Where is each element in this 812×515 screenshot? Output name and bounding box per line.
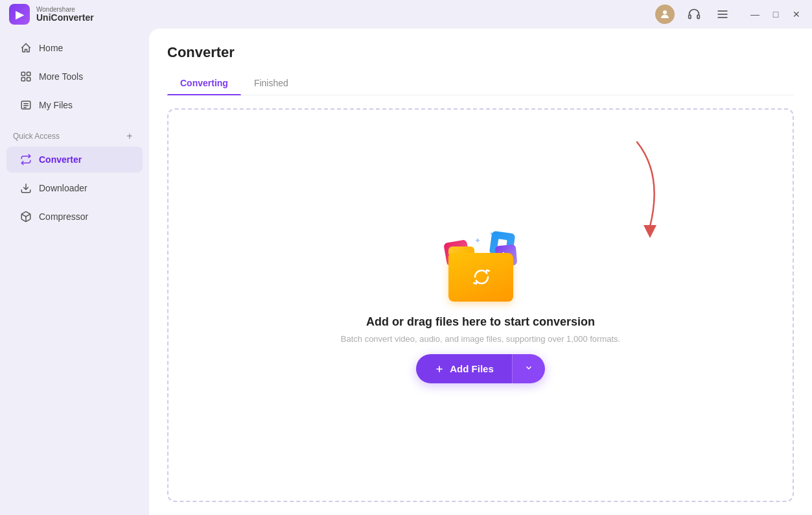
add-files-dropdown-button[interactable]: [512, 354, 545, 383]
svg-rect-1: [689, 15, 691, 19]
sidebar-item-home-label: Home: [39, 43, 63, 53]
add-files-wrapper: Downloader Add Files: [416, 354, 545, 383]
plus-icon: [434, 364, 445, 374]
window-controls: — □ ✕: [747, 6, 804, 22]
sidebar-item-converter-label: Converter: [39, 154, 82, 165]
home-icon: [19, 42, 32, 54]
quick-access-add-button[interactable]: +: [123, 130, 136, 143]
menu-icon[interactable]: [713, 5, 732, 23]
drop-zone-subtitle: Batch convert video, audio, and image fi…: [341, 334, 620, 344]
sidebar-item-more-tools-label: More Tools: [39, 71, 83, 82]
sidebar-item-compressor[interactable]: Compressor: [6, 204, 143, 230]
sidebar-item-home[interactable]: Home: [6, 35, 143, 61]
svg-point-0: [663, 10, 667, 14]
sidebar-item-my-files-label: My Files: [39, 100, 73, 110]
tab-finished[interactable]: Finished: [241, 71, 301, 95]
refresh-icon: [471, 267, 492, 287]
quick-access-header: Quick Access +: [0, 125, 149, 145]
drop-zone-title: Add or drag files here to start conversi…: [366, 315, 595, 329]
quick-access-label: Quick Access: [13, 132, 60, 141]
converter-icon: [19, 153, 32, 166]
svg-rect-6: [21, 72, 25, 75]
titlebar: ▶ Wondershare UniConverter — □ ✕: [0, 0, 812, 29]
content-area: Converter Converting Finished ✦ ✦: [149, 29, 812, 515]
sidebar-item-compressor-label: Compressor: [39, 211, 88, 222]
folder-illustration: ✦ ✦: [439, 227, 523, 305]
sidebar-item-downloader[interactable]: Downloader: [6, 175, 143, 201]
app-logo: ▶: [9, 4, 30, 25]
sidebar-item-downloader-label: Downloader: [39, 183, 87, 193]
avatar-icon[interactable]: [655, 5, 675, 24]
page-title: Converter: [167, 44, 794, 61]
sidebar-item-my-files[interactable]: My Files: [6, 92, 143, 118]
sidebar: Home More Tools My Files Quick Access + …: [0, 29, 149, 515]
close-button[interactable]: ✕: [789, 6, 804, 22]
headphones-icon[interactable]: [685, 5, 703, 23]
minimize-button[interactable]: —: [747, 6, 763, 22]
drop-zone[interactable]: ✦ ✦: [167, 108, 794, 502]
svg-rect-7: [27, 72, 30, 75]
svg-rect-2: [697, 15, 699, 19]
folder-body: [448, 253, 513, 302]
app-name-bottom: UniConverter: [36, 13, 94, 23]
sparkle-1: ✦: [474, 236, 481, 245]
my-files-icon: [19, 99, 32, 112]
app-name: Wondershare UniConverter: [36, 6, 94, 23]
sidebar-item-converter[interactable]: Converter: [6, 147, 143, 173]
arrow-decoration: [585, 136, 689, 265]
chevron-down-icon: [524, 363, 533, 372]
maximize-button[interactable]: □: [768, 6, 783, 22]
svg-rect-9: [27, 78, 30, 81]
compressor-icon: [19, 210, 32, 223]
main-layout: Home More Tools My Files Quick Access + …: [0, 29, 812, 515]
app-branding: ▶ Wondershare UniConverter: [0, 4, 94, 25]
add-files-button[interactable]: Downloader Add Files: [416, 354, 512, 383]
svg-rect-8: [21, 78, 25, 81]
more-tools-icon: [19, 70, 32, 83]
tab-converting[interactable]: Converting: [167, 71, 241, 95]
titlebar-right: — □ ✕: [655, 5, 804, 24]
tab-bar: Converting Finished: [167, 71, 794, 95]
downloader-icon: [19, 182, 32, 195]
sidebar-item-more-tools[interactable]: More Tools: [6, 64, 143, 90]
